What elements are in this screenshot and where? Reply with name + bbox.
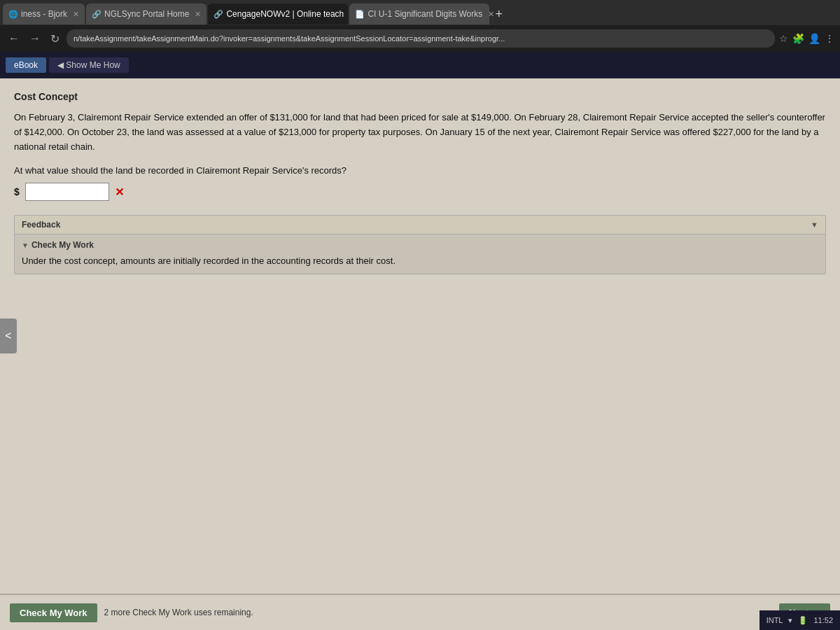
feedback-header-label: Feedback — [22, 220, 60, 230]
add-tab-button[interactable]: + — [491, 7, 507, 22]
browser-actions: ☆ 🧩 👤 ⋮ — [779, 33, 834, 44]
tab-label-3: CengageNOWv2 | Online teach — [226, 9, 344, 19]
address-input[interactable] — [66, 29, 775, 48]
section-title: Cost Concept — [14, 91, 826, 102]
triangle-icon: ▼ — [22, 241, 29, 249]
dollar-sign: $ — [14, 186, 20, 197]
tab-icon-3: 🔗 — [214, 10, 223, 19]
tab-label-2: NGLSync Portal Home — [104, 9, 189, 19]
tab-close-2[interactable]: ✕ — [195, 10, 201, 19]
address-bar: ← → ↻ ☆ 🧩 👤 ⋮ — [0, 25, 840, 52]
tab-bar: 🌐 iness - Bjork ✕ 🔗 NGLSync Portal Home … — [0, 0, 840, 25]
bookmark-button[interactable]: ☆ — [779, 33, 788, 44]
wifi-icon: ▾ — [788, 616, 792, 625]
ebook-button[interactable]: eBook — [6, 57, 46, 73]
tab-cengage[interactable]: 🔗 CengageNOWv2 | Online teach ✕ — [208, 4, 348, 24]
left-nav-arrow[interactable]: < — [0, 318, 17, 354]
question-body: On February 3, Clairemont Repair Service… — [14, 111, 826, 154]
feedback-collapse-icon: ▼ — [811, 220, 818, 229]
answer-input[interactable] — [25, 183, 109, 201]
remaining-uses-text: 2 more Check My Work uses remaining. — [104, 608, 253, 617]
check-my-work-text: Check My Work — [31, 240, 94, 250]
answer-row: $ ✕ — [14, 183, 826, 201]
tab-icon-2: 🔗 — [92, 10, 102, 19]
tab-iness[interactable]: 🌐 iness - Bjork ✕ — [3, 4, 85, 24]
question-prompt: At what value should the land be recorde… — [14, 165, 826, 176]
show-me-how-button[interactable]: ◀ Show Me How — [49, 57, 129, 73]
check-my-work-label: ▼ Check My Work — [22, 240, 818, 250]
app-toolbar: eBook ◀ Show Me How — [0, 52, 840, 78]
forward-button[interactable]: → — [27, 31, 43, 46]
wrong-answer-indicator: ✕ — [115, 186, 124, 199]
tab-label-4: CI U-1 Significant Digits Works — [368, 9, 482, 19]
refresh-button[interactable]: ↻ — [48, 31, 62, 47]
clock: 11:52 — [813, 616, 833, 624]
question-panel: < Cost Concept On February 3, Clairemont… — [0, 78, 840, 594]
feedback-header[interactable]: Feedback ▼ — [15, 216, 825, 234]
check-my-work-button[interactable]: Check My Work — [10, 603, 97, 622]
bottom-bar: Check My Work 2 more Check My Work uses … — [0, 594, 840, 630]
battery-icon: 🔋 — [798, 616, 808, 625]
tab-icon-4: 📄 — [355, 10, 365, 19]
left-arrow-icon: < — [5, 330, 11, 342]
content-area: eBook ◀ Show Me How < Cost Concept On Fe… — [0, 52, 840, 630]
tab-label-1: iness - Bjork — [21, 9, 67, 19]
menu-button[interactable]: ⋮ — [825, 33, 834, 44]
back-button[interactable]: ← — [6, 31, 22, 46]
extensions-button[interactable]: 🧩 — [792, 33, 804, 44]
feedback-text: Under the cost concept, amounts are init… — [22, 254, 818, 268]
tab-significant-digits[interactable]: 📄 CI U-1 Significant Digits Works ✕ — [349, 4, 489, 24]
tab-nglsync[interactable]: 🔗 NGLSync Portal Home ✕ — [86, 4, 206, 24]
profile-button[interactable]: 👤 — [808, 33, 820, 44]
tab-icon-1: 🌐 — [8, 10, 18, 19]
check-my-work-section: ▼ Check My Work Under the cost concept, … — [15, 234, 825, 274]
tab-close-1[interactable]: ✕ — [73, 10, 79, 19]
intl-label: INTL — [766, 616, 783, 624]
feedback-section: Feedback ▼ ▼ Check My Work Under the cos… — [14, 215, 826, 274]
system-tray: INTL ▾ 🔋 11:52 — [760, 610, 840, 630]
